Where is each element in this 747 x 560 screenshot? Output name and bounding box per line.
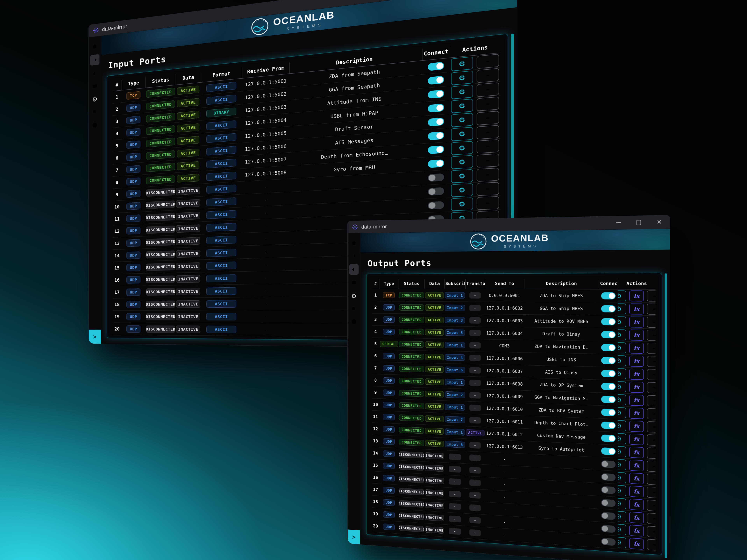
configure-button[interactable]: ⚙ bbox=[618, 316, 626, 327]
configure-button[interactable]: ⚙ bbox=[618, 433, 626, 444]
sidebar-item-output-ports[interactable] bbox=[349, 264, 359, 275]
configure-button[interactable]: ⚙ bbox=[618, 472, 626, 483]
clear-button[interactable] bbox=[647, 421, 655, 432]
clear-button[interactable] bbox=[476, 182, 499, 195]
connect-toggle[interactable] bbox=[428, 76, 444, 85]
connect-toggle[interactable] bbox=[428, 131, 444, 140]
sidebar-expand-button[interactable]: > bbox=[347, 530, 360, 544]
configure-button[interactable]: ⚙ bbox=[618, 329, 626, 341]
connect-toggle[interactable] bbox=[601, 357, 616, 364]
transform-button[interactable]: fx bbox=[629, 434, 644, 445]
sidebar-item-home[interactable] bbox=[90, 41, 100, 51]
configure-button[interactable]: ⚙ bbox=[618, 498, 626, 509]
clear-button[interactable] bbox=[476, 168, 499, 182]
transform-button[interactable]: fx bbox=[629, 499, 644, 510]
clear-button[interactable] bbox=[647, 382, 655, 393]
connect-toggle[interactable] bbox=[601, 305, 616, 312]
close-button[interactable]: ✕ bbox=[655, 218, 663, 226]
clear-button[interactable] bbox=[476, 68, 499, 83]
clear-button[interactable] bbox=[476, 111, 499, 125]
connect-toggle[interactable] bbox=[601, 512, 616, 520]
transform-button[interactable]: fx bbox=[629, 538, 644, 550]
configure-button[interactable]: ⚙ bbox=[618, 381, 626, 392]
clear-button[interactable] bbox=[476, 153, 499, 168]
clear-button[interactable] bbox=[647, 317, 655, 328]
clear-button[interactable] bbox=[647, 526, 655, 537]
configure-button[interactable]: ⚙ bbox=[451, 113, 473, 127]
configure-button[interactable]: ⚙ bbox=[618, 524, 626, 535]
clear-button[interactable] bbox=[647, 329, 655, 341]
clear-button[interactable] bbox=[647, 395, 655, 406]
clear-button[interactable] bbox=[647, 303, 655, 315]
connect-toggle[interactable] bbox=[428, 117, 444, 126]
configure-button[interactable]: ⚙ bbox=[618, 537, 626, 548]
connect-toggle[interactable] bbox=[428, 145, 444, 154]
transform-button[interactable]: fx bbox=[629, 460, 644, 471]
configure-button[interactable]: ⚙ bbox=[451, 141, 473, 155]
transform-button[interactable]: fx bbox=[629, 355, 644, 367]
clear-button[interactable] bbox=[476, 125, 499, 139]
connect-toggle[interactable] bbox=[601, 434, 616, 442]
sidebar-item-search[interactable] bbox=[349, 304, 359, 313]
connect-toggle[interactable] bbox=[601, 318, 616, 325]
connect-toggle[interactable] bbox=[601, 408, 616, 416]
clear-button[interactable] bbox=[647, 434, 655, 446]
sidebar-item-output-ports[interactable] bbox=[90, 69, 100, 79]
connect-toggle[interactable] bbox=[428, 187, 444, 195]
transform-button[interactable]: fx bbox=[629, 316, 644, 327]
configure-button[interactable]: ⚙ bbox=[451, 183, 473, 197]
clear-button[interactable] bbox=[647, 447, 655, 458]
connect-toggle[interactable] bbox=[601, 396, 616, 403]
clear-button[interactable] bbox=[647, 486, 655, 498]
clear-button[interactable] bbox=[647, 474, 655, 485]
transform-button[interactable]: fx bbox=[629, 342, 644, 353]
sidebar-item-settings[interactable]: ⚙ bbox=[349, 291, 359, 300]
clear-button[interactable] bbox=[476, 196, 499, 210]
configure-button[interactable]: ⚙ bbox=[618, 407, 626, 418]
sidebar-item-help[interactable] bbox=[349, 317, 359, 326]
sidebar-item-help[interactable] bbox=[90, 120, 100, 130]
connect-toggle[interactable] bbox=[428, 201, 444, 209]
connect-toggle[interactable] bbox=[601, 370, 616, 377]
transform-button[interactable]: fx bbox=[629, 395, 644, 406]
sidebar-item-monitor[interactable] bbox=[90, 81, 100, 91]
connect-toggle[interactable] bbox=[601, 460, 616, 468]
transform-button[interactable]: fx bbox=[629, 303, 644, 314]
configure-button[interactable]: ⚙ bbox=[618, 303, 626, 314]
sidebar-item-home[interactable] bbox=[349, 238, 359, 247]
sidebar-item-input-ports[interactable] bbox=[349, 251, 359, 260]
clear-button[interactable] bbox=[647, 408, 655, 420]
connect-toggle[interactable] bbox=[428, 173, 444, 182]
sidebar-item-monitor[interactable] bbox=[349, 278, 359, 288]
configure-button[interactable]: ⚙ bbox=[451, 56, 473, 71]
configure-button[interactable]: ⚙ bbox=[451, 71, 473, 85]
clear-button[interactable] bbox=[647, 343, 655, 354]
transform-button[interactable]: fx bbox=[629, 525, 644, 536]
connect-toggle[interactable] bbox=[601, 525, 616, 533]
configure-button[interactable]: ⚙ bbox=[451, 169, 473, 183]
connect-toggle[interactable] bbox=[428, 90, 444, 99]
connect-toggle[interactable] bbox=[601, 421, 616, 429]
sidebar-item-search[interactable] bbox=[90, 107, 100, 117]
sidebar-item-input-ports[interactable] bbox=[90, 54, 100, 66]
minimize-button[interactable] bbox=[615, 219, 622, 226]
configure-button[interactable]: ⚙ bbox=[451, 197, 473, 211]
configure-button[interactable]: ⚙ bbox=[618, 355, 626, 366]
transform-button[interactable]: fx bbox=[629, 447, 644, 458]
clear-button[interactable] bbox=[476, 82, 499, 97]
connect-toggle[interactable] bbox=[601, 331, 616, 338]
transform-button[interactable]: fx bbox=[629, 421, 644, 432]
clear-button[interactable] bbox=[647, 369, 655, 380]
connect-toggle[interactable] bbox=[601, 538, 616, 546]
clear-button[interactable] bbox=[476, 97, 499, 111]
clear-button[interactable] bbox=[476, 139, 499, 153]
connect-toggle[interactable] bbox=[428, 103, 444, 112]
clear-button[interactable] bbox=[647, 290, 655, 301]
configure-button[interactable]: ⚙ bbox=[618, 342, 626, 353]
transform-button[interactable]: fx bbox=[629, 381, 644, 393]
connect-toggle[interactable] bbox=[601, 473, 616, 481]
configure-button[interactable]: ⚙ bbox=[451, 85, 473, 99]
connect-toggle[interactable] bbox=[428, 62, 444, 71]
transform-button[interactable]: fx bbox=[629, 369, 644, 380]
connect-toggle[interactable] bbox=[601, 292, 616, 299]
